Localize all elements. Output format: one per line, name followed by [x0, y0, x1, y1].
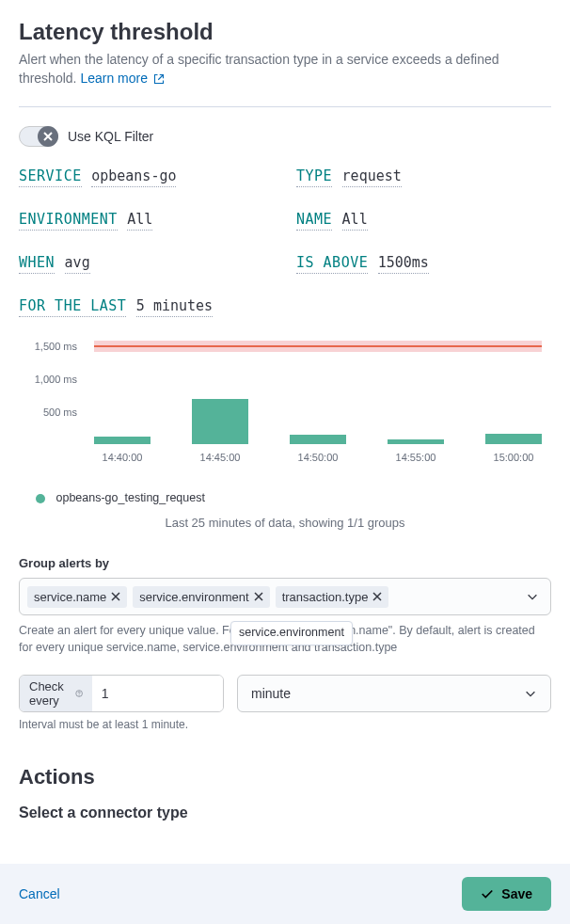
group-by-help: Create an alert for every unique value. …	[19, 623, 551, 656]
chart-legend: opbeans-go_testing_request	[19, 491, 551, 504]
param-when[interactable]: WHEN avg	[19, 254, 296, 271]
group-pill-service-environment[interactable]: service.environment	[133, 586, 269, 608]
param-name[interactable]: NAME All	[296, 211, 551, 228]
chart-bars	[94, 350, 542, 444]
bar-4	[388, 439, 444, 444]
bar-1	[94, 437, 150, 444]
cancel-button[interactable]: Cancel	[19, 886, 60, 901]
x-axis-labels: 14:40:00 14:45:00 14:50:00 14:55:00 15:0…	[94, 452, 542, 463]
popout-icon	[153, 73, 165, 85]
param-for-last[interactable]: FOR THE LAST 5 minutes	[19, 297, 551, 314]
question-icon[interactable]	[75, 687, 83, 700]
chevron-down-icon[interactable]	[526, 590, 539, 603]
close-icon[interactable]	[111, 592, 120, 601]
close-icon[interactable]	[372, 592, 382, 601]
bar-2	[192, 399, 248, 444]
close-icon[interactable]	[254, 592, 263, 601]
y-axis-labels: 1,500 ms 1,000 ms 500 ms	[19, 341, 83, 444]
save-button[interactable]: Save	[462, 877, 551, 911]
param-environment[interactable]: ENVIRONMENT All	[19, 211, 296, 228]
threshold-line	[94, 345, 542, 347]
group-pill-service-name[interactable]: service.name	[27, 586, 127, 608]
latency-chart: 1,500 ms 1,000 ms 500 ms 14:40:00 14:45:…	[19, 341, 551, 530]
actions-heading: Actions	[19, 765, 551, 789]
kql-filter-toggle[interactable]	[19, 126, 58, 147]
param-type[interactable]: TYPE request	[296, 167, 551, 184]
param-is-above[interactable]: IS ABOVE 1500ms	[296, 254, 551, 271]
kql-filter-label: Use KQL Filter	[68, 129, 153, 144]
toggle-thumb	[38, 126, 58, 147]
tooltip: service.environment	[230, 621, 353, 645]
group-by-label: Group alerts by	[19, 556, 551, 570]
bar-5	[485, 434, 542, 444]
group-pill-transaction-type[interactable]: transaction.type	[276, 586, 389, 608]
divider	[19, 106, 551, 107]
interval-hint: Interval must be at least 1 minute.	[19, 718, 551, 731]
close-icon	[43, 132, 53, 141]
connector-type-heading: Select a connector type	[19, 805, 551, 821]
interval-value-input[interactable]	[92, 676, 223, 711]
interval-unit-select[interactable]: minute	[237, 675, 551, 712]
page-title: Latency threshold	[19, 19, 551, 45]
legend-dot-icon	[36, 494, 45, 503]
footer: Cancel Save	[0, 864, 570, 924]
chart-caption: Last 25 minutes of data, showing 1/1 gro…	[19, 516, 551, 530]
check-icon	[481, 887, 494, 900]
group-by-input[interactable]: service.name service.environment transac…	[19, 578, 551, 615]
page-description: Alert when the latency of a specific tra…	[19, 51, 551, 88]
check-every-input[interactable]: Check every	[19, 675, 224, 712]
bar-3	[290, 435, 346, 444]
chevron-down-icon	[524, 687, 537, 700]
learn-more-link[interactable]: Learn more	[80, 71, 164, 86]
param-service[interactable]: SERVICE opbeans-go	[19, 167, 296, 184]
